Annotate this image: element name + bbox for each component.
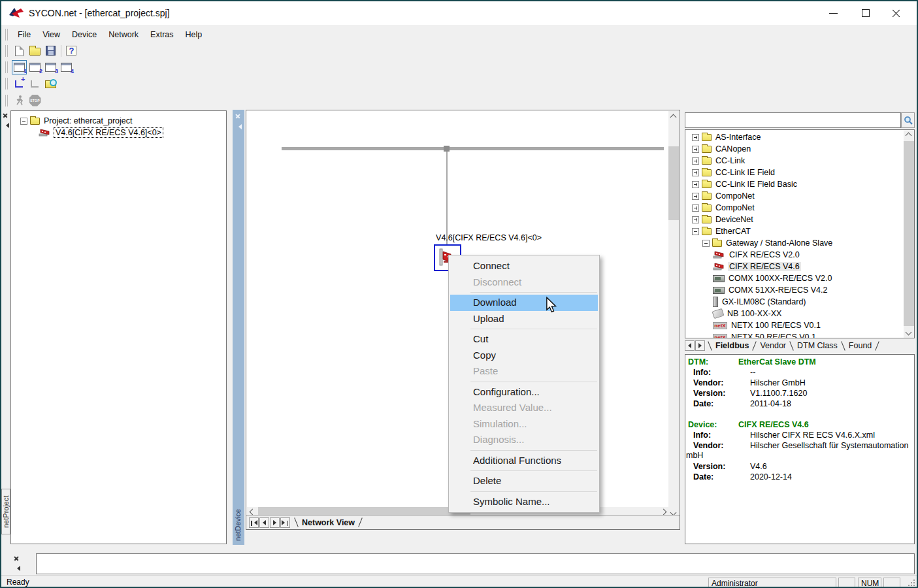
expand-icon[interactable] (692, 181, 699, 188)
insert-device-button[interactable] (12, 76, 27, 91)
help-button[interactable] (63, 44, 78, 58)
minimize-button[interactable] (819, 1, 849, 25)
catalog-item[interactable]: netXNETX 50 RE/ECS V0.1 (685, 331, 914, 338)
new-project-button[interactable] (12, 44, 27, 58)
first-view-button[interactable] (249, 517, 259, 528)
netx-device-icon: netX (713, 322, 727, 329)
catalog-item[interactable]: NB 100-XX-XX (685, 308, 914, 319)
save-project-button[interactable] (43, 44, 58, 58)
vertical-scrollbar[interactable] (668, 111, 679, 519)
toolbar-grip[interactable] (5, 61, 8, 73)
next-view-button[interactable] (270, 517, 280, 528)
tabs-scroll-right-button[interactable] (695, 340, 705, 351)
scrollbar-thumb[interactable] (904, 141, 914, 326)
context-menu-item-delete[interactable]: Delete (449, 473, 599, 489)
drop-line (446, 152, 448, 246)
close-panel-icon[interactable] (2, 112, 9, 120)
menu-device[interactable]: Device (66, 28, 103, 41)
collapse-icon[interactable] (20, 118, 27, 125)
prev-view-button[interactable] (259, 517, 269, 528)
menu-view[interactable]: View (37, 28, 66, 41)
catalog-item[interactable]: Gateway / Stand-Alone Slave (685, 237, 914, 249)
menu-network[interactable]: Network (103, 28, 144, 41)
collapse-icon[interactable] (692, 228, 699, 235)
catalog-item[interactable]: CIFX RE/ECS V2.0 (685, 249, 914, 261)
netproject-vertical-tab[interactable]: netProject (1, 489, 10, 534)
maximize-button[interactable] (851, 1, 881, 25)
resize-grip[interactable] (908, 580, 915, 586)
context-menu-item-configuration[interactable]: Configuration... (449, 384, 599, 400)
context-menu-item-copy[interactable]: Copy (449, 348, 599, 364)
context-menu-item-upload[interactable]: Upload (449, 311, 599, 327)
catalog-item[interactable]: CC-Link IE Field (685, 167, 914, 178)
project-root-row[interactable]: Project: ethercat_project (11, 115, 226, 127)
context-menu-item-symbolic-name[interactable]: Symbolic Name... (449, 494, 599, 510)
scroll-up-icon[interactable] (670, 114, 677, 121)
remove-device-button[interactable] (27, 76, 42, 91)
catalog-item[interactable]: EtherCAT (685, 225, 914, 237)
expand-icon[interactable] (692, 157, 699, 165)
open-project-button[interactable] (27, 44, 42, 58)
expand-icon[interactable] (692, 204, 699, 212)
catalog-item[interactable]: COMX 51XX-RE/ECS V4.2 (685, 284, 914, 296)
catalog-item[interactable]: AS-Interface (685, 131, 914, 143)
project-device-row[interactable]: V4.6[CIFX RE/ECS V4.6]<0> (11, 127, 226, 139)
catalog-item[interactable]: CANopen (685, 143, 914, 155)
scroll-down-icon[interactable] (906, 329, 912, 336)
tabs-scroll-left-button[interactable] (685, 340, 695, 351)
toolbar-grip[interactable] (5, 78, 8, 90)
tab-fieldbus[interactable]: Fieldbus (713, 340, 751, 351)
catalog-item-label: EtherCAT (714, 227, 752, 236)
context-menu-item-cut[interactable]: Cut (449, 331, 599, 348)
expand-icon[interactable] (692, 169, 699, 176)
stop-sign-icon: STOP (29, 95, 41, 106)
catalog-search-button[interactable] (901, 112, 915, 128)
tab-vendor[interactable]: Vendor (757, 340, 789, 351)
device-catalog-button[interactable] (43, 76, 58, 91)
collapse-panel-icon[interactable] (13, 564, 20, 572)
menu-help[interactable]: Help (180, 28, 208, 41)
collapse-panel-icon[interactable] (2, 122, 9, 129)
collapse-icon[interactable] (702, 240, 710, 247)
expand-icon[interactable] (692, 193, 699, 200)
catalog-item[interactable]: CC-Link IE Field Basic (685, 178, 914, 190)
close-button[interactable] (881, 1, 911, 25)
catalog-item[interactable]: GX-ILM08C (Standard) (685, 296, 914, 308)
tab-found[interactable]: Found (846, 340, 874, 351)
catalog-tab-bar: Fieldbus Vendor DTM Class Found (685, 339, 915, 352)
expand-icon[interactable] (692, 134, 699, 141)
menu-file[interactable]: File (12, 28, 37, 41)
toolbar-grip[interactable] (5, 29, 8, 41)
catalog-item[interactable]: CC-Link (685, 155, 914, 167)
window-layout-1-button[interactable]: 1 (12, 60, 27, 74)
last-view-button[interactable] (280, 517, 290, 528)
catalog-item[interactable]: DeviceNet (685, 214, 914, 225)
scroll-up-icon[interactable] (906, 133, 912, 139)
scrollbar-thumb[interactable] (668, 146, 679, 220)
toolbar-grip[interactable] (5, 95, 8, 106)
tab-network-view[interactable]: Network View (299, 517, 357, 529)
catalog-item[interactable]: CompoNet (685, 190, 914, 202)
catalog-item[interactable]: netXNETX 100 RE/ECS V0.1 (685, 319, 914, 331)
collapse-panel-icon[interactable] (235, 123, 242, 130)
catalog-item[interactable]: COMX 100XX-RE/ECS V2.0 (685, 272, 914, 284)
window-layout-4-button[interactable]: 4 (59, 60, 74, 74)
menu-extras[interactable]: Extras (144, 28, 179, 41)
expand-icon[interactable] (692, 146, 699, 153)
catalog-item[interactable]: CompoNet (685, 202, 914, 214)
scroll-left-icon[interactable] (250, 509, 256, 515)
catalog-search-input[interactable] (685, 112, 901, 128)
expand-icon[interactable] (692, 216, 699, 223)
context-menu-item-additional-functions[interactable]: Additional Functions (449, 453, 599, 469)
window-layout-3-button[interactable]: 3 (43, 60, 58, 74)
tab-dtm-class[interactable]: DTM Class (795, 340, 840, 351)
scroll-right-icon[interactable] (661, 509, 667, 515)
context-menu-item-download[interactable]: Download (450, 295, 598, 311)
context-menu-item-connect[interactable]: Connect (449, 258, 599, 274)
catalog-item-selected[interactable]: CIFX RE/ECS V4.6 (685, 261, 914, 272)
window-layout-2-button[interactable]: 2 (27, 60, 42, 74)
catalog-scrollbar[interactable] (904, 130, 914, 338)
toolbar-grip[interactable] (5, 45, 8, 57)
close-panel-icon[interactable] (235, 113, 242, 120)
close-panel-icon[interactable] (13, 555, 20, 563)
